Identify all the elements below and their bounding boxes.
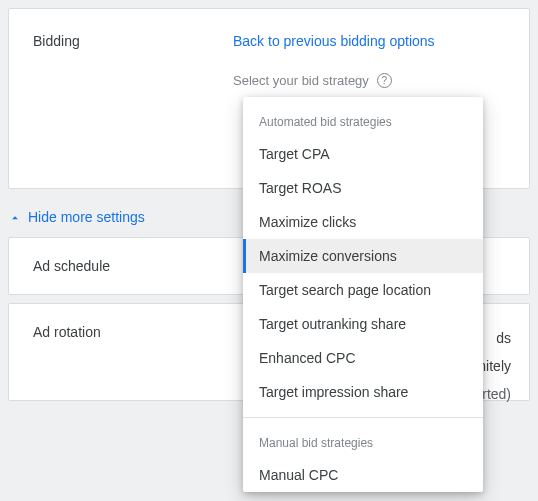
ad-rotation-bg-text-2: nitely [478,352,511,380]
chevron-up-icon [8,211,20,223]
bid-strategy-dropdown: Automated bid strategies Target CPA Targ… [243,97,483,492]
option-manual-cpc[interactable]: Manual CPC [243,458,483,492]
option-target-impression-share[interactable]: Target impression share [243,375,483,409]
ad-schedule-label: Ad schedule [33,258,233,274]
option-maximize-clicks[interactable]: Maximize clicks [243,205,483,239]
option-target-outranking-share[interactable]: Target outranking share [243,307,483,341]
bid-strategy-select[interactable]: Select your bid strategy ? [233,73,505,88]
dropdown-group-manual-header: Manual bid strategies [243,418,483,458]
bidding-section-label: Bidding [33,33,233,49]
ad-rotation-bg-text-1: ds [496,324,511,352]
ad-rotation-label: Ad rotation [33,324,233,340]
option-target-cpa[interactable]: Target CPA [243,137,483,171]
option-enhanced-cpc[interactable]: Enhanced CPC [243,341,483,375]
option-target-roas[interactable]: Target ROAS [243,171,483,205]
option-maximize-conversions[interactable]: Maximize conversions [243,239,483,273]
dropdown-group-automated-header: Automated bid strategies [243,97,483,137]
help-icon[interactable]: ? [377,73,392,88]
bid-strategy-select-label: Select your bid strategy [233,73,369,88]
bidding-right-column: Back to previous bidding options Select … [233,33,505,88]
option-target-search-page-location[interactable]: Target search page location [243,273,483,307]
back-to-previous-link[interactable]: Back to previous bidding options [233,33,435,49]
hide-more-settings-label: Hide more settings [28,209,145,225]
